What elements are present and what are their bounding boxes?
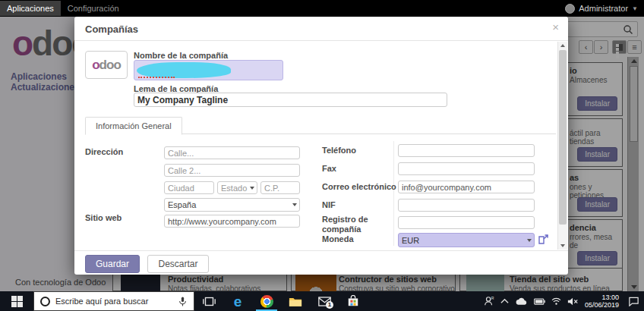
fax-field[interactable] bbox=[398, 162, 535, 175]
menu-configuracion[interactable]: Configuración bbox=[61, 1, 126, 16]
redaction-scribble bbox=[137, 62, 231, 78]
file-explorer-button[interactable] bbox=[281, 291, 310, 311]
vat-label: NIF bbox=[322, 200, 336, 209]
search-placeholder-text: Escribe aquí para buscar bbox=[55, 297, 172, 306]
task-view-icon bbox=[203, 296, 216, 307]
currency-label: Moneda bbox=[322, 234, 354, 243]
company-name-label: Nombre de la compañía bbox=[134, 51, 228, 60]
scroll-up-icon[interactable] bbox=[560, 44, 565, 47]
volume-muted-icon[interactable] bbox=[567, 297, 579, 306]
mail-badge: 1 bbox=[326, 301, 333, 309]
action-center-icon[interactable] bbox=[628, 297, 639, 306]
mail-button[interactable]: 1 bbox=[310, 291, 339, 311]
chevron-down-icon: ▼ bbox=[632, 5, 638, 12]
taskbar-search-input[interactable]: Escribe aquí para buscar bbox=[33, 291, 194, 311]
street-field[interactable] bbox=[164, 146, 300, 159]
store-icon bbox=[347, 295, 359, 307]
city-field[interactable] bbox=[164, 181, 214, 194]
microphone-icon[interactable] bbox=[178, 296, 188, 307]
edge-button[interactable]: e bbox=[223, 291, 252, 311]
avatar bbox=[565, 4, 575, 14]
close-icon[interactable]: × bbox=[552, 21, 559, 33]
save-button[interactable]: Guardar bbox=[85, 255, 140, 273]
zip-field[interactable] bbox=[260, 181, 300, 194]
menu-aplicaciones[interactable]: Aplicaciones bbox=[0, 1, 61, 16]
screen: odoo Aplicaciones Actualizaciones Con te… bbox=[0, 0, 644, 311]
country-select[interactable]: España bbox=[164, 198, 300, 212]
chrome-icon bbox=[260, 295, 273, 308]
cortana-icon bbox=[40, 297, 50, 306]
discard-button[interactable]: Descartar bbox=[147, 255, 208, 273]
spellcheck-underline bbox=[138, 77, 175, 78]
chrome-button[interactable] bbox=[252, 291, 281, 311]
currency-select[interactable]: EUR bbox=[398, 233, 535, 247]
address-label: Dirección bbox=[85, 147, 123, 156]
external-link-icon[interactable] bbox=[538, 234, 549, 245]
notebook-tabs: Información General bbox=[85, 116, 556, 134]
dialog-footer: Guardar Descartar bbox=[74, 250, 568, 275]
wifi-icon[interactable] bbox=[551, 297, 561, 305]
store-button[interactable] bbox=[339, 291, 368, 311]
clock-time: 13:00 bbox=[585, 294, 619, 301]
fax-label: Fax bbox=[322, 164, 336, 173]
onedrive-cloud-icon[interactable] bbox=[515, 297, 528, 306]
odoo-topbar: Aplicaciones Configuración Administrator… bbox=[0, 0, 644, 17]
state-select[interactable]: Estado bbox=[217, 181, 257, 194]
street2-field[interactable] bbox=[164, 164, 300, 177]
chevron-down-icon bbox=[292, 203, 297, 206]
phone-field[interactable] bbox=[398, 144, 535, 157]
website-field[interactable] bbox=[164, 215, 300, 228]
svg-text:R: R bbox=[491, 296, 494, 300]
vat-field[interactable] bbox=[398, 199, 535, 212]
company-logo[interactable]: odoo bbox=[85, 51, 128, 79]
system-tray: R 13:00 05/06/2019 bbox=[484, 291, 644, 311]
tagline-field[interactable] bbox=[134, 93, 447, 107]
windows-logo-icon bbox=[11, 296, 23, 307]
windows-taskbar: Escribe aquí para buscar e 1 R bbox=[0, 291, 644, 311]
chevron-up-icon[interactable] bbox=[500, 298, 509, 304]
companias-dialog: Compañías × odoo Nombre de la compañía L… bbox=[74, 17, 568, 275]
website-label: Sitio web bbox=[85, 213, 122, 222]
dialog-scrollbar-thumb[interactable] bbox=[559, 50, 567, 225]
dialog-header: Compañías × bbox=[74, 17, 568, 41]
taskbar-clock[interactable]: 13:00 05/06/2019 bbox=[585, 294, 619, 309]
folder-icon bbox=[289, 296, 302, 307]
people-icon[interactable]: R bbox=[484, 296, 494, 306]
tab-informacion-general[interactable]: Información General bbox=[85, 117, 182, 135]
column-divider bbox=[393, 141, 394, 246]
task-view-button[interactable] bbox=[194, 291, 223, 311]
battery-icon[interactable] bbox=[534, 298, 545, 305]
user-menu[interactable]: Administrator ▼ bbox=[565, 0, 638, 17]
chevron-down-icon bbox=[250, 187, 254, 190]
scroll-down-icon[interactable] bbox=[560, 244, 565, 247]
dialog-title: Compañías bbox=[85, 24, 138, 35]
chevron-down-icon bbox=[527, 239, 532, 242]
clock-date: 05/06/2019 bbox=[585, 301, 619, 309]
registry-label: Registro de compañía bbox=[322, 215, 392, 234]
edge-icon: e bbox=[234, 294, 242, 309]
registry-field[interactable] bbox=[398, 216, 535, 229]
start-button[interactable] bbox=[0, 291, 33, 311]
phone-label: Teléfono bbox=[322, 146, 356, 155]
dialog-scrollbar[interactable] bbox=[557, 42, 567, 250]
company-name-field[interactable] bbox=[134, 60, 283, 80]
email-field[interactable] bbox=[398, 181, 535, 193]
user-name: Administrator bbox=[579, 4, 628, 13]
email-label: Correo electrónico bbox=[322, 182, 396, 191]
